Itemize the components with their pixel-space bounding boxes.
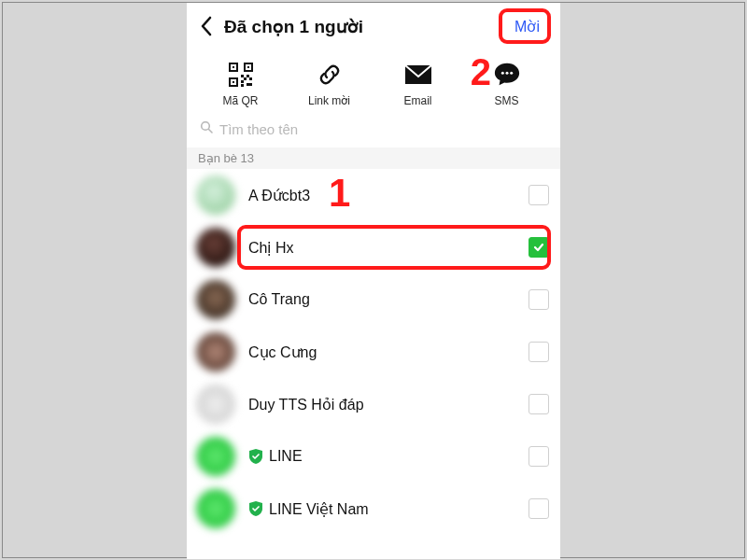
verified-icon bbox=[248, 449, 263, 464]
svg-rect-8 bbox=[233, 81, 234, 83]
svg-rect-11 bbox=[244, 77, 247, 80]
svg-rect-9 bbox=[241, 75, 244, 77]
avatar bbox=[196, 437, 235, 476]
svg-rect-15 bbox=[241, 84, 244, 87]
friend-list: A Đứcbt3Chị Hx1Cô TrangCục CưngDuy TTS H… bbox=[187, 169, 560, 535]
avatar bbox=[196, 489, 235, 528]
search-input[interactable] bbox=[219, 121, 547, 137]
friend-row[interactable]: Cục Cưng bbox=[187, 326, 560, 378]
avatar bbox=[196, 332, 235, 371]
select-checkbox[interactable] bbox=[529, 342, 549, 362]
svg-point-17 bbox=[500, 72, 503, 75]
chat-icon bbox=[493, 61, 521, 89]
friend-name: Cô Trang bbox=[248, 291, 529, 308]
svg-line-21 bbox=[209, 130, 213, 133]
back-button[interactable] bbox=[194, 14, 218, 38]
svg-point-19 bbox=[510, 72, 513, 75]
avatar bbox=[196, 228, 235, 267]
friend-row[interactable]: LINE Việt Nam bbox=[187, 483, 560, 535]
phone-screen: Đã chọn 1 người Mời 2 Mã QR bbox=[187, 3, 560, 559]
select-checkbox[interactable] bbox=[529, 237, 549, 258]
avatar bbox=[196, 385, 235, 424]
select-checkbox[interactable] bbox=[529, 185, 549, 205]
svg-rect-13 bbox=[241, 80, 244, 83]
friend-row[interactable]: A Đứcbt3 bbox=[187, 169, 560, 221]
share-qr[interactable]: Mã QR bbox=[208, 61, 274, 107]
search-icon bbox=[200, 120, 214, 138]
select-checkbox[interactable] bbox=[529, 289, 549, 310]
svg-rect-5 bbox=[247, 66, 249, 68]
friend-row[interactable]: Duy TTS Hỏi đáp bbox=[187, 378, 560, 430]
friend-row[interactable]: Chị Hx1 bbox=[187, 221, 560, 273]
qr-icon bbox=[227, 61, 255, 89]
page-frame: Đã chọn 1 người Mời 2 Mã QR bbox=[2, 2, 745, 558]
share-qr-label: Mã QR bbox=[222, 94, 258, 107]
svg-rect-2 bbox=[233, 66, 234, 68]
friend-name: LINE Việt Nam bbox=[248, 500, 529, 518]
friends-section-header: Bạn bè 13 bbox=[187, 147, 560, 169]
share-link[interactable]: Link mời bbox=[297, 61, 362, 107]
header-bar: Đã chọn 1 người Mời bbox=[187, 3, 560, 48]
friend-name: Cục Cưng bbox=[248, 343, 529, 361]
select-checkbox[interactable] bbox=[529, 446, 549, 467]
search-row bbox=[187, 117, 560, 147]
svg-rect-12 bbox=[249, 77, 252, 80]
friend-name: LINE bbox=[248, 448, 529, 465]
share-sms[interactable]: SMS bbox=[474, 61, 540, 107]
friend-name: Duy TTS Hỏi đáp bbox=[248, 396, 529, 413]
friend-row[interactable]: Cô Trang bbox=[187, 273, 560, 326]
mail-icon bbox=[404, 61, 432, 89]
svg-rect-10 bbox=[247, 75, 249, 77]
avatar bbox=[196, 175, 235, 215]
select-checkbox[interactable] bbox=[529, 394, 549, 414]
share-link-label: Link mời bbox=[308, 94, 350, 107]
svg-point-18 bbox=[505, 72, 508, 75]
svg-rect-14 bbox=[247, 83, 252, 86]
friend-name: A Đứcbt3 bbox=[248, 187, 529, 204]
invite-button[interactable]: Mời bbox=[507, 14, 547, 39]
share-sms-label: SMS bbox=[494, 94, 518, 107]
friend-row[interactable]: LINE bbox=[187, 430, 560, 483]
page-title: Đã chọn 1 người bbox=[224, 16, 507, 37]
friend-name: Chị Hx bbox=[248, 239, 529, 257]
select-checkbox[interactable] bbox=[529, 498, 549, 519]
verified-icon bbox=[248, 501, 263, 516]
share-email-label: Email bbox=[403, 94, 431, 107]
link-icon bbox=[316, 61, 344, 89]
share-email[interactable]: Email bbox=[386, 61, 451, 107]
share-row: Mã QR Link mời Email SMS bbox=[187, 48, 560, 117]
avatar bbox=[196, 280, 235, 319]
